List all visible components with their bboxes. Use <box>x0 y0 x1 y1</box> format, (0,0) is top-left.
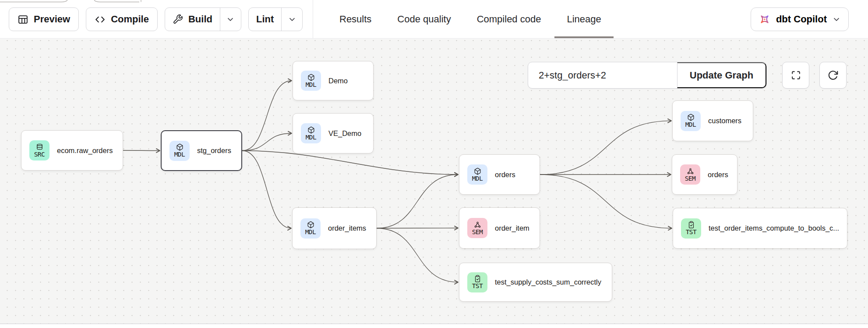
badge-label: TST <box>472 283 483 289</box>
preview-label: Preview <box>34 14 70 25</box>
lint-label: Lint <box>256 14 274 25</box>
badge-label: MDL <box>685 121 696 128</box>
tab-compiled-code[interactable]: Compiled code <box>477 0 541 38</box>
lineage-node-orders-sem[interactable]: SEMorders <box>672 154 737 195</box>
dbt-copilot-icon <box>759 13 771 25</box>
badge-label: SEM <box>472 229 483 235</box>
fullscreen-icon <box>790 70 801 81</box>
semantic-graph-icon <box>687 168 694 175</box>
lineage-node-customers[interactable]: MDLcustomers <box>672 100 753 141</box>
tab-lineage[interactable]: Lineage <box>567 0 601 38</box>
badge-label: SEM <box>685 175 696 182</box>
wrench-icon <box>173 14 183 25</box>
tst-badge: TST <box>681 218 701 239</box>
tab-code-quality[interactable]: Code quality <box>397 0 451 38</box>
refresh-button[interactable] <box>819 62 847 89</box>
tab-results[interactable]: Results <box>339 0 371 38</box>
toolbar-divider <box>313 0 313 38</box>
test-clipboard-icon <box>474 275 481 282</box>
node-label: ecom.raw_orders <box>57 146 113 155</box>
fullscreen-button[interactable] <box>782 62 809 89</box>
node-label: order_item <box>495 224 529 232</box>
compile-button[interactable]: Compile <box>86 7 158 31</box>
node-label: customers <box>708 117 741 125</box>
chevron-down-icon <box>832 15 841 24</box>
mdl-badge: MDL <box>169 141 190 161</box>
build-split-button: Build <box>165 7 241 31</box>
database-icon <box>36 143 43 151</box>
mdl-badge: MDL <box>301 71 321 91</box>
lineage-node-ve-demo[interactable]: MDLVE_Demo <box>293 113 374 153</box>
cube-icon <box>176 143 183 151</box>
node-label: test_order_items_compute_to_bools_c... <box>709 224 839 232</box>
build-label: Build <box>188 14 212 25</box>
compile-label: Compile <box>111 14 149 25</box>
panel-footer <box>0 324 868 328</box>
dbt-copilot-button[interactable]: dbt Copilot <box>751 7 849 31</box>
mdl-badge: MDL <box>301 123 321 143</box>
file-tabstrip-fragment <box>0 0 333 4</box>
node-label: orders <box>495 171 515 179</box>
results-tab-bar: Results Code quality Compiled code Linea… <box>339 0 601 38</box>
preview-button[interactable]: Preview <box>9 7 79 31</box>
lineage-selector-bar: Update Graph <box>528 62 767 89</box>
sem-badge: SEM <box>467 218 487 238</box>
test-clipboard-icon <box>688 221 695 228</box>
badge-label: TST <box>686 229 697 235</box>
semantic-graph-icon <box>474 221 481 228</box>
cube-icon <box>474 168 481 175</box>
cube-icon <box>307 74 315 81</box>
badge-label: MDL <box>306 134 317 141</box>
code-icon <box>95 14 106 25</box>
table-icon <box>18 14 28 25</box>
lineage-node-order-item-sem[interactable]: SEMorder_item <box>459 207 540 249</box>
build-dropdown-button[interactable] <box>220 8 241 31</box>
node-label: orders <box>708 171 728 179</box>
mdl-badge: MDL <box>681 111 701 131</box>
lineage-node-test-order-items[interactable]: TSTtest_order_items_compute_to_bools_c..… <box>673 208 847 249</box>
badge-label: SRC <box>34 151 45 158</box>
node-label: order_items <box>328 224 366 232</box>
tst-badge: TST <box>467 272 487 292</box>
src-badge: SRC <box>29 140 49 160</box>
badge-label: MDL <box>305 229 316 235</box>
lineage-node-stg-orders[interactable]: MDLstg_orders <box>161 130 242 171</box>
lineage-selector-input[interactable] <box>528 62 677 88</box>
cube-icon <box>307 126 315 134</box>
toolbar: Preview Compile Build <box>9 7 303 31</box>
update-graph-button[interactable]: Update Graph <box>677 62 766 88</box>
node-label: test_supply_costs_sum_correctly <box>495 278 601 286</box>
mdl-badge: MDL <box>467 164 487 185</box>
sem-badge: SEM <box>680 164 700 185</box>
copilot-label: dbt Copilot <box>776 14 827 25</box>
cube-icon <box>687 114 695 121</box>
node-label: Demo <box>328 77 348 85</box>
badge-label: MDL <box>306 82 317 88</box>
lineage-node-orders-mdl[interactable]: MDLorders <box>459 154 540 195</box>
mdl-badge: MDL <box>300 218 321 239</box>
lineage-node-order-items[interactable]: MDLorder_items <box>292 207 377 249</box>
chevron-down-icon <box>226 15 235 24</box>
node-label: stg_orders <box>197 146 231 155</box>
cube-icon <box>307 221 314 228</box>
lint-dropdown-button[interactable] <box>281 8 302 31</box>
node-label: VE_Demo <box>328 129 361 138</box>
lint-split-button: Lint <box>248 7 303 31</box>
badge-label: MDL <box>174 151 185 158</box>
lineage-node-test-supply[interactable]: TSTtest_supply_costs_sum_correctly <box>459 263 612 302</box>
build-button[interactable]: Build <box>165 8 220 31</box>
lineage-node-ecom-raw-orders[interactable]: SRCecom.raw_orders <box>21 130 123 171</box>
lint-button[interactable]: Lint <box>249 8 281 31</box>
chevron-down-icon <box>288 15 296 24</box>
panel-header: Preview Compile Build <box>0 0 868 39</box>
lineage-node-demo[interactable]: MDLDemo <box>293 61 374 100</box>
refresh-icon <box>827 70 839 81</box>
badge-label: MDL <box>472 175 483 182</box>
ide-lineage-page: Preview Compile Build <box>0 0 868 328</box>
